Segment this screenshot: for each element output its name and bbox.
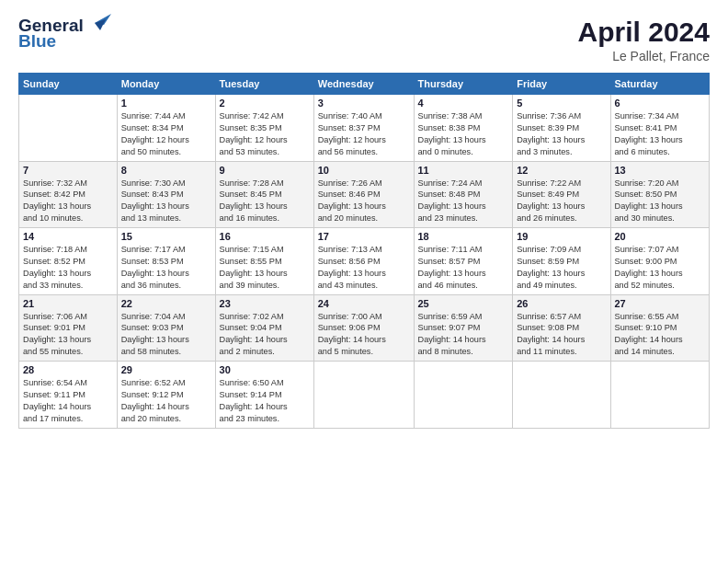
calendar-cell: 19Sunrise: 7:09 AMSunset: 8:59 PMDayligh…	[513, 228, 610, 295]
day-info: Sunrise: 7:09 AMSunset: 8:59 PMDaylight:…	[517, 244, 606, 292]
calendar-header-row: Sunday Monday Tuesday Wednesday Thursday…	[19, 74, 710, 95]
day-number: 4	[418, 98, 509, 109]
calendar-table: Sunday Monday Tuesday Wednesday Thursday…	[18, 73, 710, 429]
calendar-week-row: 21Sunrise: 7:06 AMSunset: 9:01 PMDayligh…	[19, 294, 710, 362]
day-info: Sunrise: 7:24 AMSunset: 8:48 PMDaylight:…	[418, 178, 509, 225]
day-number: 5	[517, 98, 606, 109]
day-number: 17	[318, 231, 410, 242]
day-number: 26	[517, 298, 606, 309]
day-info: Sunrise: 6:50 AMSunset: 9:14 PMDaylight:…	[220, 377, 310, 425]
calendar-cell: 13Sunrise: 7:20 AMSunset: 8:50 PMDayligh…	[610, 161, 710, 228]
day-number: 29	[121, 364, 211, 375]
calendar-cell: 2Sunrise: 7:42 AMSunset: 8:35 PMDaylight…	[215, 95, 313, 162]
day-number: 13	[615, 165, 706, 176]
day-number: 18	[418, 231, 509, 242]
day-number: 7	[23, 165, 113, 176]
calendar-cell	[610, 362, 710, 429]
title-block: April 2024 Le Pallet, France	[578, 17, 710, 63]
calendar-cell: 6Sunrise: 7:34 AMSunset: 8:41 PMDaylight…	[610, 95, 710, 162]
calendar-subtitle: Le Pallet, France	[578, 49, 710, 63]
day-info: Sunrise: 7:11 AMSunset: 8:57 PMDaylight:…	[418, 244, 509, 292]
calendar-week-row: 7Sunrise: 7:32 AMSunset: 8:42 PMDaylight…	[19, 161, 710, 228]
day-number: 30	[220, 364, 310, 375]
col-wednesday: Wednesday	[313, 74, 414, 95]
calendar-cell: 1Sunrise: 7:44 AMSunset: 8:34 PMDaylight…	[117, 95, 215, 162]
calendar-title: April 2024	[578, 17, 710, 47]
calendar-cell: 11Sunrise: 7:24 AMSunset: 8:48 PMDayligh…	[414, 161, 513, 228]
day-info: Sunrise: 7:32 AMSunset: 8:42 PMDaylight:…	[23, 178, 113, 225]
calendar-cell: 7Sunrise: 7:32 AMSunset: 8:42 PMDaylight…	[19, 161, 118, 228]
calendar-cell: 9Sunrise: 7:28 AMSunset: 8:45 PMDaylight…	[215, 161, 313, 228]
day-number: 1	[121, 98, 211, 109]
day-info: Sunrise: 7:36 AMSunset: 8:39 PMDaylight:…	[517, 110, 606, 158]
day-info: Sunrise: 7:26 AMSunset: 8:46 PMDaylight:…	[318, 178, 410, 225]
col-thursday: Thursday	[414, 74, 513, 95]
day-info: Sunrise: 7:28 AMSunset: 8:45 PMDaylight:…	[220, 178, 310, 225]
day-info: Sunrise: 7:34 AMSunset: 8:41 PMDaylight:…	[615, 110, 706, 158]
day-number: 9	[220, 165, 310, 176]
calendar-cell: 3Sunrise: 7:40 AMSunset: 8:37 PMDaylight…	[313, 95, 414, 162]
day-info: Sunrise: 7:42 AMSunset: 8:35 PMDaylight:…	[220, 110, 310, 158]
day-number: 24	[318, 298, 410, 309]
calendar-cell: 23Sunrise: 7:02 AMSunset: 9:04 PMDayligh…	[215, 294, 313, 362]
calendar-week-row: 28Sunrise: 6:54 AMSunset: 9:11 PMDayligh…	[19, 362, 710, 429]
calendar-cell: 27Sunrise: 6:55 AMSunset: 9:10 PMDayligh…	[610, 294, 710, 362]
day-number: 12	[517, 165, 606, 176]
day-number: 3	[318, 98, 410, 109]
calendar-cell: 30Sunrise: 6:50 AMSunset: 9:14 PMDayligh…	[215, 362, 313, 429]
calendar-week-row: 1Sunrise: 7:44 AMSunset: 8:34 PMDaylight…	[19, 95, 710, 162]
day-number: 22	[121, 298, 211, 309]
calendar-cell: 25Sunrise: 6:59 AMSunset: 9:07 PMDayligh…	[414, 294, 513, 362]
day-info: Sunrise: 6:54 AMSunset: 9:11 PMDaylight:…	[23, 377, 113, 425]
day-info: Sunrise: 7:13 AMSunset: 8:56 PMDaylight:…	[318, 244, 410, 292]
day-info: Sunrise: 7:30 AMSunset: 8:43 PMDaylight:…	[121, 178, 211, 225]
page: General Blue April 2024 Le Pallet, Franc…	[0, 0, 728, 563]
calendar-cell: 12Sunrise: 7:22 AMSunset: 8:49 PMDayligh…	[513, 161, 610, 228]
logo: General Blue	[18, 17, 111, 50]
calendar-cell: 24Sunrise: 7:00 AMSunset: 9:06 PMDayligh…	[313, 294, 414, 362]
header: General Blue April 2024 Le Pallet, Franc…	[18, 17, 710, 63]
day-info: Sunrise: 7:40 AMSunset: 8:37 PMDaylight:…	[318, 110, 410, 158]
calendar-cell: 22Sunrise: 7:04 AMSunset: 9:03 PMDayligh…	[117, 294, 215, 362]
day-number: 21	[23, 298, 113, 309]
col-sunday: Sunday	[19, 74, 118, 95]
calendar-cell	[513, 362, 610, 429]
day-info: Sunrise: 7:06 AMSunset: 9:01 PMDaylight:…	[23, 311, 113, 359]
day-number: 2	[220, 98, 310, 109]
day-number: 19	[517, 231, 606, 242]
day-info: Sunrise: 7:02 AMSunset: 9:04 PMDaylight:…	[220, 311, 310, 359]
day-info: Sunrise: 6:57 AMSunset: 9:08 PMDaylight:…	[517, 311, 606, 359]
day-number: 20	[615, 231, 706, 242]
day-info: Sunrise: 7:15 AMSunset: 8:55 PMDaylight:…	[220, 244, 310, 292]
calendar-cell: 21Sunrise: 7:06 AMSunset: 9:01 PMDayligh…	[19, 294, 118, 362]
day-info: Sunrise: 7:17 AMSunset: 8:53 PMDaylight:…	[121, 244, 211, 292]
day-number: 14	[23, 231, 113, 242]
calendar-cell	[414, 362, 513, 429]
day-number: 27	[615, 298, 706, 309]
col-monday: Monday	[117, 74, 215, 95]
day-info: Sunrise: 7:18 AMSunset: 8:52 PMDaylight:…	[23, 244, 113, 292]
day-number: 11	[418, 165, 509, 176]
day-number: 8	[121, 165, 211, 176]
day-info: Sunrise: 6:59 AMSunset: 9:07 PMDaylight:…	[418, 311, 509, 359]
day-number: 28	[23, 364, 113, 375]
day-info: Sunrise: 7:44 AMSunset: 8:34 PMDaylight:…	[121, 110, 211, 158]
day-info: Sunrise: 7:38 AMSunset: 8:38 PMDaylight:…	[418, 110, 509, 158]
calendar-cell: 14Sunrise: 7:18 AMSunset: 8:52 PMDayligh…	[19, 228, 118, 295]
calendar-cell: 10Sunrise: 7:26 AMSunset: 8:46 PMDayligh…	[313, 161, 414, 228]
calendar-cell: 20Sunrise: 7:07 AMSunset: 9:00 PMDayligh…	[610, 228, 710, 295]
day-number: 25	[418, 298, 509, 309]
day-number: 16	[220, 231, 310, 242]
calendar-cell: 5Sunrise: 7:36 AMSunset: 8:39 PMDaylight…	[513, 95, 610, 162]
day-info: Sunrise: 7:20 AMSunset: 8:50 PMDaylight:…	[615, 178, 706, 225]
calendar-cell: 29Sunrise: 6:52 AMSunset: 9:12 PMDayligh…	[117, 362, 215, 429]
calendar-cell: 15Sunrise: 7:17 AMSunset: 8:53 PMDayligh…	[117, 228, 215, 295]
day-info: Sunrise: 7:00 AMSunset: 9:06 PMDaylight:…	[318, 311, 410, 359]
calendar-cell: 4Sunrise: 7:38 AMSunset: 8:38 PMDaylight…	[414, 95, 513, 162]
day-info: Sunrise: 6:52 AMSunset: 9:12 PMDaylight:…	[121, 377, 211, 425]
logo-bird-icon	[87, 14, 111, 34]
col-friday: Friday	[513, 74, 610, 95]
calendar-cell: 8Sunrise: 7:30 AMSunset: 8:43 PMDaylight…	[117, 161, 215, 228]
day-number: 6	[615, 98, 706, 109]
day-info: Sunrise: 6:55 AMSunset: 9:10 PMDaylight:…	[615, 311, 706, 359]
